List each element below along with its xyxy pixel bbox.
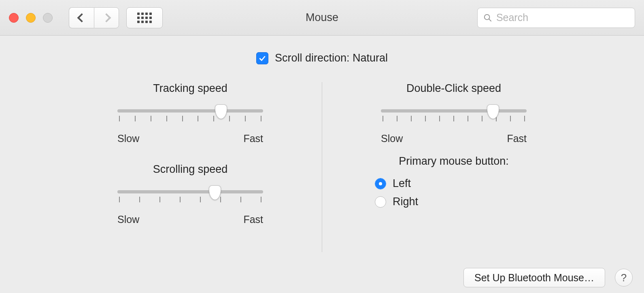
scrolling-speed-slider[interactable] [117, 188, 263, 212]
tracking-speed-block: Tracking speed Slow Fast [117, 82, 263, 144]
doubleclick-speed-title: Double-Click speed [381, 82, 527, 95]
primary-left-label: Left [393, 177, 411, 190]
setup-bluetooth-mouse-button[interactable]: Set Up Bluetooth Mouse… [463, 268, 605, 287]
primary-right-row[interactable]: Right [351, 195, 557, 208]
scrolling-max-label: Fast [243, 214, 263, 225]
primary-right-radio[interactable] [375, 196, 386, 208]
tracking-speed-ticks [117, 116, 263, 124]
prefpane-content: Scroll direction: Natural Tracking speed… [0, 36, 644, 293]
chevron-right-icon [102, 13, 111, 22]
titlebar: Mouse [0, 0, 644, 36]
help-button[interactable]: ? [615, 269, 633, 287]
tracking-speed-title: Tracking speed [117, 82, 263, 95]
settings-columns: Tracking speed Slow Fast Scrolling speed [16, 82, 628, 252]
close-window-button[interactable] [9, 13, 19, 23]
right-column: Double-Click speed Slow Fast Primary mou… [322, 82, 557, 214]
forward-button[interactable] [94, 7, 119, 28]
scrolling-speed-ticks [117, 197, 263, 205]
back-button[interactable] [69, 7, 94, 28]
tracking-speed-slider[interactable] [117, 107, 263, 131]
scrolling-min-label: Slow [117, 214, 139, 225]
grid-icon [137, 13, 152, 23]
left-column: Tracking speed Slow Fast Scrolling speed [87, 82, 322, 225]
doubleclick-max-label: Fast [507, 133, 527, 144]
tracking-max-label: Fast [243, 133, 263, 144]
minimize-window-button[interactable] [26, 13, 36, 23]
doubleclick-min-label: Slow [381, 133, 403, 144]
footer: Set Up Bluetooth Mouse… ? [463, 268, 633, 287]
search-input[interactable] [496, 12, 629, 23]
search-icon [483, 13, 492, 23]
primary-left-row[interactable]: Left [351, 177, 557, 190]
primary-right-label: Right [393, 195, 418, 208]
scroll-direction-checkbox[interactable] [256, 52, 268, 64]
search-field[interactable] [477, 8, 635, 28]
doubleclick-speed-ticks [381, 116, 527, 124]
doubleclick-speed-slider[interactable] [381, 107, 527, 131]
window-controls [9, 13, 53, 23]
primary-mouse-button-title: Primary mouse button: [351, 155, 557, 168]
scrolling-speed-block: Scrolling speed Slow Fast [117, 163, 263, 225]
toolbar-nav [69, 7, 163, 28]
show-all-button[interactable] [126, 7, 163, 28]
svg-line-1 [489, 19, 491, 21]
scroll-direction-label: Scroll direction: Natural [275, 52, 388, 64]
doubleclick-speed-block: Double-Click speed Slow Fast [381, 82, 527, 144]
tracking-min-label: Slow [117, 133, 139, 144]
scrolling-speed-title: Scrolling speed [117, 163, 263, 176]
chevron-left-icon [77, 13, 86, 22]
scroll-direction-row: Scroll direction: Natural [16, 52, 628, 64]
zoom-window-button[interactable] [43, 13, 53, 23]
primary-left-radio[interactable] [375, 178, 386, 189]
check-icon [258, 54, 266, 62]
primary-mouse-button-block: Primary mouse button: Left Right [351, 163, 557, 214]
